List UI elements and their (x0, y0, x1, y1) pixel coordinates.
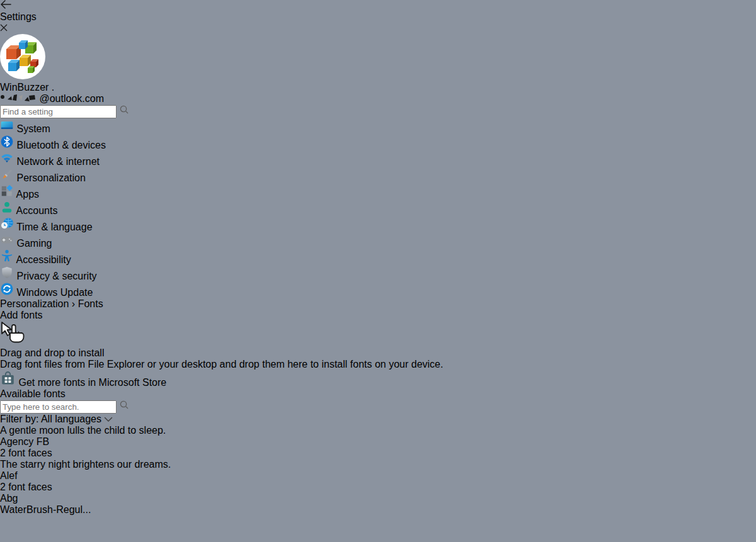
desktop-wallpaper (0, 0, 756, 542)
